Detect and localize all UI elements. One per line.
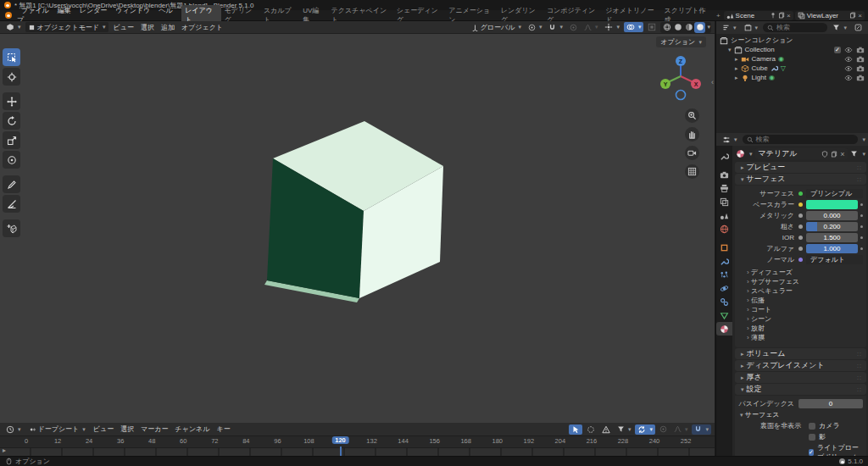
outliner-display-mode-button[interactable]: ▾ [720,23,739,33]
tab-view-layer[interactable] [716,195,732,208]
cube-object[interactable] [0,34,715,423]
timeline-menu-4[interactable]: キー [213,424,233,434]
remove-viewlayer-icon[interactable]: × [858,12,862,19]
transform-orientation-selector[interactable]: グローバル▾ [469,22,524,32]
decorate-dot[interactable] [860,214,863,217]
shading-solid-button[interactable] [672,22,683,33]
material-browse-dropdown[interactable]: ▾ [749,151,753,158]
decorate-dot[interactable] [860,225,863,228]
outliner-collection[interactable]: ▾ Collection ✓ [720,45,866,54]
normal-selector[interactable]: デフォルト [806,255,863,264]
timeline-menu-2[interactable]: マーカー [137,424,171,434]
expand-arrow[interactable]: ▸ [735,56,738,63]
panel-thickness[interactable]: ▸厚さ:: [735,372,866,383]
timeline-menu-1[interactable]: 選択 [117,424,137,434]
shading-rendered-button[interactable] [694,22,705,33]
viewport-menu-2[interactable]: 追加 [158,23,178,32]
roughness-socket[interactable] [798,225,803,229]
new-collection-button[interactable]: ▾ [742,23,761,33]
backface-lightprobe-checkbox[interactable]: ✓ [809,449,814,456]
collection-expand-arrow[interactable]: ▾ [728,47,732,53]
tool-annotate[interactable] [3,175,20,193]
new-scene-icon[interactable] [778,12,785,19]
ior-slider[interactable]: 1.500 [806,233,858,242]
new-viewlayer-icon[interactable] [849,12,856,19]
ior-socket[interactable] [798,236,803,240]
fake-user-shield-icon[interactable] [821,151,828,158]
frame-tick[interactable]: 168 [460,437,471,445]
viewport-options-dropdown[interactable]: オプション ▾ [656,36,706,47]
tool-scale[interactable] [3,131,20,149]
subpanel-6[interactable]: 放射 [747,324,865,333]
material-name-field[interactable]: マテリアル × [755,148,849,159]
only-selected-toggle[interactable] [569,424,582,435]
shader-selector[interactable]: プリンシプルBSDF [806,189,863,198]
show-gizmos-toggle[interactable]: ▾ [602,22,622,32]
timeline-ruler[interactable]: 0122436486072849610812013214415616818019… [0,436,715,447]
decorate-dot[interactable] [860,203,863,206]
playhead[interactable] [340,447,342,456]
tab-material[interactable] [716,322,732,336]
menu-3[interactable]: ウィンドウ [111,7,154,14]
tab-world[interactable] [716,222,732,236]
dopesheet-mode-selector[interactable]: ドープシート▾ [25,424,88,435]
pass-index-field[interactable]: 0 [798,399,863,408]
menu-0[interactable]: ファイル [17,7,53,14]
menu-2[interactable]: レンダー [75,7,112,14]
outliner-search-input[interactable]: 検索 [763,23,827,32]
properties-options-dropdown[interactable]: ▾ [862,136,865,143]
pan-hand-button[interactable] [685,127,699,141]
tool-move[interactable] [3,92,20,110]
outliner-item-cube[interactable]: ▸ Cube ▽ [720,64,866,73]
add-workspace-button[interactable]: + [713,12,724,19]
proportional-editing-toggle[interactable] [567,22,580,32]
frame-tick[interactable]: 228 [618,437,629,445]
timeline-menu-3[interactable]: チャンネル [172,424,214,434]
tab-output[interactable] [716,181,732,195]
timeline-falloff-dropdown[interactable]: ▾ [671,424,691,435]
gizmo-z-negative[interactable] [676,91,686,100]
channel-expand-arrow[interactable]: ▸ [3,447,6,454]
frame-tick[interactable]: 108 [303,437,314,445]
shading-dropdown[interactable]: ▾ [707,24,710,31]
tab-scene[interactable] [716,208,732,222]
outliner-item-light[interactable]: ▸ Light ◉ [720,73,866,82]
shading-material-button[interactable] [683,22,694,33]
subpanel-2[interactable]: スペキュラー [747,286,865,296]
duplicate-material-icon[interactable] [831,151,837,158]
timeline-filter-dropdown[interactable]: ▾ [615,424,634,435]
tab-render[interactable] [716,168,732,181]
frame-tick[interactable]: 60 [180,437,186,445]
mode-selector[interactable]: オブジェクトモード▾ [25,22,108,32]
material-icon[interactable] [736,149,745,158]
unlink-material-icon[interactable]: × [840,150,844,158]
frame-tick[interactable]: 12 [54,437,61,445]
tab-particles[interactable] [716,268,732,281]
material-filter-icon[interactable] [850,150,858,158]
current-frame-badge[interactable]: 120 [331,436,349,444]
orthographic-toggle-button[interactable] [685,164,699,179]
frame-tick[interactable]: 48 [148,437,155,445]
viewlayer-selector[interactable]: ViewLayer × [795,11,865,20]
frame-tick[interactable]: 216 [587,437,598,445]
camera-restrict-icon[interactable] [856,74,865,82]
base-color-swatch[interactable] [806,200,858,209]
tool-measure[interactable] [3,195,20,213]
material-filter-dropdown[interactable]: ▾ [862,151,865,158]
subpanel-1[interactable]: サブサーフェス [747,277,865,286]
panel-volume[interactable]: ▸ボリューム:: [735,348,866,359]
decorate-dot[interactable] [860,236,863,239]
tab-object[interactable] [716,241,732,254]
eye-icon[interactable] [844,55,853,64]
pin-icon[interactable] [770,12,776,19]
frame-tick[interactable]: 72 [211,437,218,445]
panel-surface[interactable]: ▾サーフェス:: [735,174,866,185]
panel-preview[interactable]: ▸プレビュー:: [735,162,866,173]
tool-transform[interactable] [3,151,20,169]
tab-tool[interactable] [716,149,732,163]
frame-tick[interactable]: 84 [242,437,249,445]
frame-tick[interactable]: 192 [524,437,535,445]
collection-checkbox[interactable]: ✓ [834,47,841,53]
tool-add-cube[interactable] [3,219,20,237]
eye-icon[interactable] [844,46,853,54]
